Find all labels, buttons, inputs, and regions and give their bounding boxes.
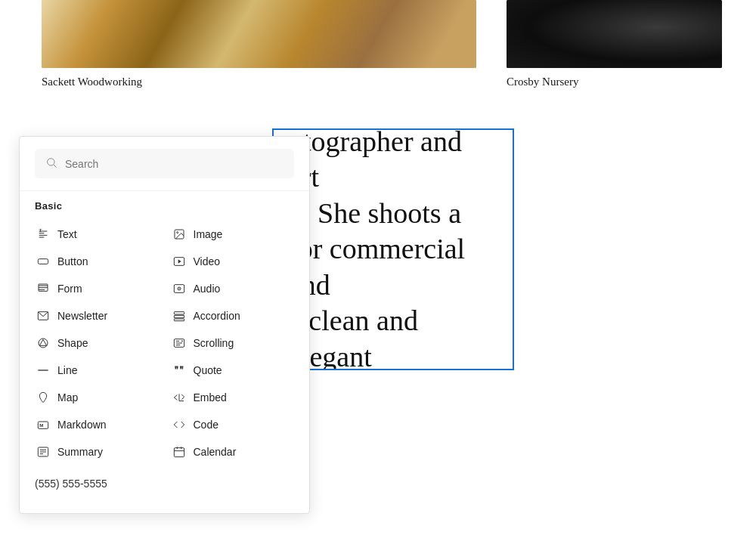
accordion-icon	[172, 309, 186, 323]
block-item-map[interactable]: Map	[29, 384, 165, 411]
svg-text:M: M	[39, 423, 43, 428]
main-area: otographer and art n. She shoots a for c…	[0, 136, 756, 514]
gallery-image-woodworking	[42, 0, 476, 68]
add-block-panel: Basic T Text Image B	[19, 136, 310, 514]
phone-number: (555) 555-5555	[20, 468, 309, 499]
svg-point-0	[48, 159, 54, 165]
block-item-accordion[interactable]: Accordion	[165, 302, 301, 329]
svg-rect-42	[174, 448, 184, 457]
gallery-caption-right: Crosby Nursery	[507, 76, 722, 88]
block-item-embed[interactable]: Embed	[165, 384, 301, 411]
form-icon	[36, 282, 50, 295]
block-item-text[interactable]: T Text	[29, 221, 165, 248]
code-icon	[172, 418, 186, 431]
block-label-newsletter: Newsletter	[57, 310, 107, 322]
search-bar	[20, 137, 309, 191]
button-icon	[36, 255, 50, 268]
block-label-embed: Embed	[194, 391, 227, 404]
video-icon	[172, 255, 186, 268]
block-label-line: Line	[57, 364, 77, 376]
block-label-button: Button	[57, 255, 88, 267]
block-item-shape[interactable]: Shape	[29, 329, 165, 357]
text-icon: T	[36, 227, 50, 241]
scrolling-icon	[172, 336, 186, 350]
items-grid: T Text Image Button	[20, 218, 309, 468]
image-icon	[172, 227, 186, 241]
svg-rect-22	[174, 319, 184, 321]
block-label-calendar: Calendar	[194, 446, 237, 458]
block-item-summary[interactable]: Summary	[29, 438, 165, 465]
search-icon	[45, 156, 57, 171]
section-basic-label: Basic	[20, 191, 309, 218]
svg-rect-20	[174, 312, 184, 314]
search-input[interactable]	[65, 158, 284, 170]
gallery-item-left: Sackett Woodworking	[42, 0, 476, 106]
block-label-scrolling: Scrolling	[194, 337, 234, 349]
block-label-video: Video	[194, 255, 221, 267]
summary-icon	[36, 445, 50, 459]
map-icon	[36, 391, 50, 404]
block-item-code[interactable]: Code	[165, 411, 301, 438]
block-item-newsletter[interactable]: Newsletter	[29, 302, 165, 329]
gallery-caption-left: Sackett Woodworking	[42, 76, 476, 88]
svg-text:T: T	[39, 228, 42, 233]
block-item-audio[interactable]: Audio	[165, 275, 301, 302]
svg-marker-24	[39, 339, 46, 345]
svg-text:": "	[179, 364, 183, 375]
gallery-item-right: Crosby Nursery	[507, 0, 722, 106]
line-icon	[36, 363, 50, 377]
svg-point-18	[178, 288, 179, 289]
block-item-video[interactable]: Video	[165, 248, 301, 275]
svg-text:": "	[175, 364, 178, 375]
gallery-image-nursery	[507, 0, 722, 68]
shape-icon	[36, 336, 50, 350]
block-label-accordion: Accordion	[194, 310, 240, 322]
svg-marker-11	[178, 259, 181, 263]
svg-rect-9	[38, 259, 48, 264]
block-item-line[interactable]: Line	[29, 357, 165, 384]
block-item-markdown[interactable]: M Markdown	[29, 411, 165, 438]
calendar-icon	[172, 445, 186, 459]
block-label-audio: Audio	[194, 283, 221, 295]
svg-marker-29	[181, 340, 183, 342]
block-label-markdown: Markdown	[57, 419, 107, 431]
svg-point-33	[42, 394, 44, 397]
embed-icon	[172, 391, 186, 404]
search-input-wrap[interactable]	[35, 149, 294, 178]
block-item-calendar[interactable]: Calendar	[165, 438, 301, 465]
block-label-shape: Shape	[57, 337, 88, 349]
block-item-scrolling[interactable]: Scrolling	[165, 329, 301, 357]
block-item-button[interactable]: Button	[29, 248, 165, 275]
quote-icon: ""	[172, 363, 186, 377]
block-label-text: Text	[57, 228, 77, 240]
block-label-map: Map	[57, 391, 78, 404]
svg-rect-21	[174, 315, 184, 317]
gallery-area: Sackett Woodworking Crosby Nursery	[0, 0, 756, 121]
markdown-icon: M	[36, 418, 50, 431]
block-label-quote: Quote	[194, 364, 222, 376]
block-label-summary: Summary	[57, 446, 103, 458]
block-item-image[interactable]: Image	[165, 221, 301, 248]
audio-icon	[172, 282, 186, 295]
svg-point-8	[176, 232, 178, 233]
block-label-form: Form	[57, 283, 82, 295]
svg-line-1	[54, 165, 57, 168]
block-label-image: Image	[194, 228, 223, 240]
block-label-code: Code	[194, 419, 218, 431]
newsletter-icon	[36, 309, 50, 323]
block-item-quote[interactable]: "" Quote	[165, 357, 301, 384]
block-item-form[interactable]: Form	[29, 275, 165, 302]
